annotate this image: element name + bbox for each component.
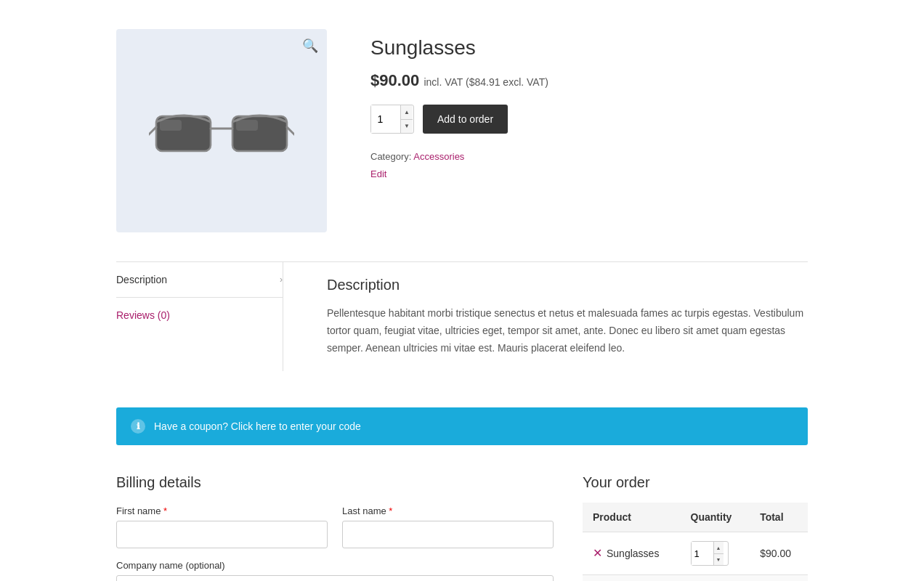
- quantity-input-wrapper[interactable]: ▲ ▼: [370, 105, 414, 134]
- last-name-input[interactable]: [342, 521, 554, 548]
- product-cell: ✕ Sunglasses: [593, 548, 670, 559]
- product-price: $90.00 incl. VAT ($84.91 excl. VAT): [370, 71, 808, 90]
- company-name-group: Company name (optional): [116, 560, 554, 581]
- zoom-icon[interactable]: 🔍: [302, 38, 318, 54]
- description-heading: Description: [327, 277, 808, 293]
- svg-rect-5: [160, 120, 182, 131]
- checkout-section: Billing details First name * Last name *: [116, 474, 808, 581]
- product-image: [149, 94, 294, 167]
- order-quantity-down-button[interactable]: ▼: [714, 554, 724, 566]
- category-link[interactable]: Accessories: [413, 151, 464, 162]
- first-name-label: First name *: [116, 505, 328, 516]
- tab-reviews[interactable]: Reviews (0): [116, 298, 283, 333]
- add-to-order-button[interactable]: Add to order: [423, 105, 508, 134]
- order-item-quantity-cell: ▲ ▼: [681, 532, 750, 575]
- chevron-right-icon: ›: [280, 275, 283, 285]
- order-quantity-spinners: ▲ ▼: [713, 542, 724, 565]
- last-name-label: Last name *: [342, 505, 554, 516]
- tabs-sidebar: Description › Reviews (0): [116, 262, 283, 371]
- order-table: Product Quantity Total ✕ Sunglasses: [583, 503, 808, 581]
- price-vat: incl. VAT ($84.91 excl. VAT): [423, 76, 548, 88]
- price-main: $90.00: [370, 71, 419, 89]
- order-item-product-cell: ✕ Sunglasses: [583, 532, 681, 575]
- tab-description[interactable]: Description ›: [116, 262, 283, 298]
- billing-heading: Billing details: [116, 474, 554, 491]
- first-name-group: First name *: [116, 505, 328, 548]
- coupon-banner[interactable]: ℹ Have a coupon? Click here to enter you…: [116, 407, 808, 445]
- cart-subtotal-row: Cart Subtotal $90.00: [583, 575, 808, 581]
- billing-details: Billing details First name * Last name *: [116, 474, 554, 581]
- col-quantity: Quantity: [681, 503, 750, 532]
- product-category: Category: Accessories: [370, 151, 808, 162]
- svg-rect-6: [236, 120, 258, 131]
- name-row: First name * Last name *: [116, 505, 554, 548]
- quantity-spinners: ▲ ▼: [400, 105, 413, 133]
- svg-line-4: [287, 127, 294, 138]
- order-quantity-wrapper[interactable]: ▲ ▼: [691, 541, 729, 566]
- order-item-total: $90.00: [750, 532, 808, 575]
- col-total: Total: [750, 503, 808, 532]
- order-quantity-up-button[interactable]: ▲: [714, 542, 724, 554]
- coupon-text: Have a coupon? Click here to enter your …: [154, 420, 361, 432]
- order-quantity-input[interactable]: [692, 542, 713, 565]
- quantity-up-button[interactable]: ▲: [401, 105, 413, 120]
- order-table-header: Product Quantity Total: [583, 503, 808, 532]
- product-info: Sunglasses $90.00 incl. VAT ($84.91 excl…: [370, 29, 808, 232]
- description-body: Pellentesque habitant morbi tristique se…: [327, 305, 808, 357]
- subtotal-value: $90.00: [750, 575, 808, 581]
- order-heading: Your order: [583, 474, 808, 491]
- subtotal-empty: [681, 575, 750, 581]
- quantity-down-button[interactable]: ▼: [401, 120, 413, 134]
- svg-line-3: [149, 127, 156, 138]
- product-title: Sunglasses: [370, 36, 808, 60]
- order-item-row: ✕ Sunglasses ▲ ▼: [583, 532, 808, 575]
- col-product: Product: [583, 503, 681, 532]
- company-name-label: Company name (optional): [116, 560, 554, 571]
- add-to-order-row: ▲ ▼ Add to order: [370, 105, 808, 134]
- first-name-input[interactable]: [116, 521, 328, 548]
- quantity-input[interactable]: [371, 105, 400, 133]
- subtotal-label: Cart Subtotal: [583, 575, 681, 581]
- order-item-name: Sunglasses: [607, 548, 659, 559]
- edit-link[interactable]: Edit: [370, 168, 386, 179]
- last-name-group: Last name *: [342, 505, 554, 548]
- info-icon: ℹ: [131, 419, 145, 434]
- product-tabs-section: Description › Reviews (0) Description Pe…: [116, 261, 808, 371]
- order-summary: Your order Product Quantity Total ✕: [583, 474, 808, 581]
- remove-item-button[interactable]: ✕: [593, 548, 602, 559]
- product-section: 🔍 Sungla: [116, 15, 808, 232]
- product-image-container: 🔍: [116, 29, 327, 232]
- tab-content: Description Pellentesque habitant morbi …: [327, 262, 808, 371]
- company-name-input[interactable]: [116, 575, 554, 581]
